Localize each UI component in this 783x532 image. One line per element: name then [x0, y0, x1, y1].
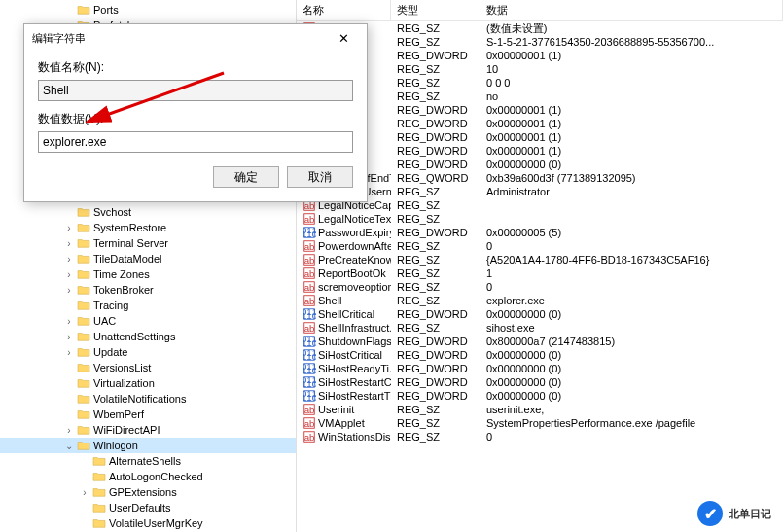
tree-item[interactable]: ›SystemRestore: [0, 220, 296, 235]
value-row[interactable]: 011110SiHostRestartC...REG_DWORD0x000000…: [297, 375, 783, 389]
value-data: 0x00000000 (0): [480, 308, 783, 320]
dialog-titlebar[interactable]: 编辑字符串 ✕: [24, 24, 367, 52]
tree-item[interactable]: VolatileNotifications: [0, 391, 296, 407]
value-data: 0x800000a7 (2147483815): [480, 336, 783, 347]
value-row[interactable]: ab...REG_SZno: [297, 89, 783, 103]
svg-text:ab: ab: [304, 268, 315, 279]
tree-item[interactable]: ›WiFiDirectAPI: [0, 422, 296, 438]
value-row[interactable]: abLastUsedUsern...REG_SZAdministrator: [297, 185, 783, 198]
tree-item[interactable]: ›UAC: [0, 313, 296, 329]
expander-icon[interactable]: ›: [62, 347, 76, 358]
expander-icon[interactable]: ›: [78, 487, 91, 498]
value-row[interactable]: 011110tIn...REG_DWORD0x00000001 (1): [297, 144, 783, 158]
expander-icon[interactable]: ›: [62, 285, 76, 296]
string-value-icon: ab: [303, 266, 316, 280]
cancel-button[interactable]: 取消: [287, 166, 353, 188]
value-row[interactable]: abPreCreateKnow...REG_SZ{A520A1A4-1780-4…: [297, 253, 783, 266]
value-row[interactable]: 011110SiHostRestartTi...REG_DWORD0x00000…: [297, 389, 783, 403]
value-row[interactable]: 011110SiHostReadyTi...REG_DWORD0x0000000…: [297, 362, 783, 375]
value-row[interactable]: 011110ns...REG_DWORD0x00000001 (1): [297, 130, 783, 144]
svg-text:ab: ab: [304, 296, 315, 306]
string-value-icon: ab: [303, 212, 316, 226]
value-row[interactable]: ab...REG_SZ0 0 0: [297, 76, 783, 89]
expander-icon[interactable]: ⌄: [62, 441, 76, 451]
col-name[interactable]: 名称: [297, 0, 391, 20]
value-row[interactable]: ab...REG_SZ10: [297, 62, 783, 76]
tree-item[interactable]: VolatileUserMgrKey: [0, 515, 296, 531]
value-row[interactable]: abPowerdownAfte...REG_SZ0: [297, 239, 783, 253]
value-row[interactable]: 011110ShutdownFlagsREG_DWORD0x800000a7 (…: [297, 335, 783, 348]
tree-item[interactable]: Tracing: [0, 298, 296, 313]
value-row[interactable]: 011110ShellCriticalREG_DWORD0x00000000 (…: [297, 307, 783, 321]
tree-item[interactable]: Ports: [0, 2, 296, 18]
close-icon[interactable]: ✕: [328, 26, 359, 50]
col-data[interactable]: 数据: [480, 0, 783, 20]
folder-icon: [76, 299, 91, 312]
value-data-input[interactable]: [38, 131, 353, 153]
value-row[interactable]: abShellInfrastruct...REG_SZsihost.exe: [297, 321, 783, 335]
value-data: 0: [480, 431, 783, 443]
watermark-text: 北单日记: [729, 507, 771, 521]
tree-item[interactable]: ›GPExtensions: [0, 484, 296, 500]
watermark: ✔ 北单日记: [697, 501, 771, 526]
tree-label: AutoLogonChecked: [109, 471, 203, 482]
tree-item[interactable]: AutoLogonChecked: [0, 469, 296, 484]
value-row[interactable]: 011110on...REG_DWORD0x00000001 (1): [297, 103, 783, 117]
value-row[interactable]: abReportBootOkREG_SZ1: [297, 266, 783, 280]
value-type: REG_DWORD: [391, 363, 480, 374]
expander-icon[interactable]: ›: [62, 238, 76, 249]
svg-text:110: 110: [303, 337, 316, 348]
value-row[interactable]: abWinStationsDis...REG_SZ0: [297, 430, 783, 443]
tree-item[interactable]: ›TokenBroker: [0, 282, 296, 298]
expander-icon[interactable]: ›: [62, 254, 76, 265]
expander-icon[interactable]: ›: [62, 332, 76, 342]
list-body[interactable]: abREG_SZ(数值未设置)abIDREG_SZS-1-5-21-377615…: [297, 21, 783, 443]
value-row[interactable]: abIDREG_SZS-1-5-21-3776154350-2036688895…: [297, 35, 783, 49]
value-row[interactable]: abLegalNoticeTextREG_SZ: [297, 212, 783, 226]
tree-item[interactable]: ›UnattendSettings: [0, 329, 296, 344]
tree-item[interactable]: WbemPerf: [0, 407, 296, 422]
string-value-icon: ab: [303, 294, 316, 307]
value-row[interactable]: 011110PasswordExpiry...REG_DWORD0x000000…: [297, 226, 783, 239]
tree-item[interactable]: Svchost: [0, 204, 296, 220]
list-pane: 名称 类型 数据 abREG_SZ(数值未设置)abIDREG_SZS-1-5-…: [297, 0, 783, 532]
value-row[interactable]: abUserinitREG_SZuserinit.exe,: [297, 403, 783, 416]
value-row[interactable]: 011110But...REG_DWORD0x00000001 (1): [297, 117, 783, 130]
value-row[interactable]: abREG_SZ(数值未设置): [297, 21, 783, 35]
tree-item[interactable]: Virtualization: [0, 375, 296, 391]
value-name: scremoveoption: [318, 281, 391, 293]
value-row[interactable]: abscremoveoptionREG_SZ0: [297, 280, 783, 294]
value-name-input[interactable]: [38, 80, 353, 101]
value-type: REG_SZ: [391, 90, 480, 102]
tree-item[interactable]: ›Terminal Server: [0, 235, 296, 251]
value-type: REG_SZ: [391, 77, 480, 89]
tree-label: TokenBroker: [93, 284, 154, 296]
value-data: no: [480, 90, 783, 102]
tree-item[interactable]: AlternateShells: [0, 453, 296, 469]
expander-icon[interactable]: ›: [62, 316, 76, 327]
tree-label: AlternateShells: [109, 455, 181, 467]
value-name: PreCreateKnow...: [318, 254, 391, 266]
folder-icon: [76, 283, 91, 297]
expander-icon[interactable]: ›: [62, 223, 76, 233]
tree-item[interactable]: UserDefaults: [0, 500, 296, 515]
tree-item[interactable]: ›Time Zones: [0, 266, 296, 282]
tree-item[interactable]: ›Update: [0, 344, 296, 360]
value-row[interactable]: abLegalNoticeCap...REG_SZ: [297, 198, 783, 212]
tree-item[interactable]: ›TileDataModel: [0, 251, 296, 266]
value-row[interactable]: 011110SiHostCriticalREG_DWORD0x00000000 …: [297, 348, 783, 362]
value-row[interactable]: 011110LastLogOffEndTi...REG_QWORD0xb39a6…: [297, 171, 783, 185]
tree-item[interactable]: ⌄Winlogon: [0, 438, 296, 453]
expander-icon[interactable]: ›: [62, 425, 76, 436]
value-row[interactable]: abVMAppletREG_SZSystemPropertiesPerforma…: [297, 416, 783, 430]
value-row[interactable]: abShellREG_SZexplorer.exe: [297, 294, 783, 307]
value-data: 0x00000000 (0): [480, 376, 783, 388]
string-value-icon: ab: [303, 253, 316, 266]
value-row[interactable]: 011110n...REG_DWORD0x00000000 (0): [297, 158, 783, 171]
ok-button[interactable]: 确定: [213, 166, 279, 188]
tree-item[interactable]: VersionsList: [0, 360, 296, 375]
col-type[interactable]: 类型: [391, 0, 480, 20]
expander-icon[interactable]: ›: [62, 269, 76, 280]
value-row[interactable]: 011110a...REG_DWORD0x00000001 (1): [297, 49, 783, 62]
folder-icon: [76, 408, 91, 421]
